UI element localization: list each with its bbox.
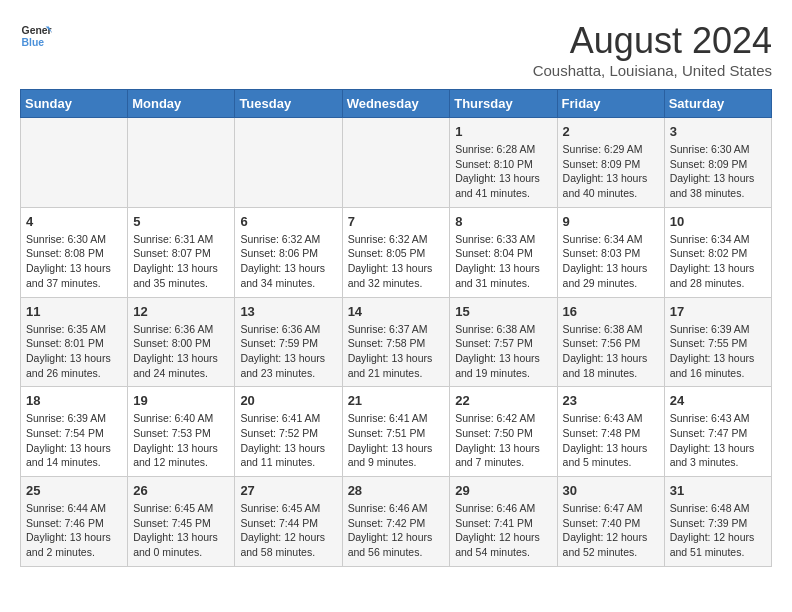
calendar-table: SundayMondayTuesdayWednesdayThursdayFrid…: [20, 89, 772, 567]
weekday-header-friday: Friday: [557, 90, 664, 118]
calendar-day-cell: 1Sunrise: 6:28 AMSunset: 8:10 PMDaylight…: [450, 118, 557, 208]
day-number: 2: [563, 124, 659, 139]
empty-day-cell: [128, 118, 235, 208]
day-number: 27: [240, 483, 336, 498]
day-number: 6: [240, 214, 336, 229]
day-number: 28: [348, 483, 445, 498]
weekday-header-tuesday: Tuesday: [235, 90, 342, 118]
calendar-week-row: 25Sunrise: 6:44 AMSunset: 7:46 PMDayligh…: [21, 477, 772, 567]
calendar-day-cell: 6Sunrise: 6:32 AMSunset: 8:06 PMDaylight…: [235, 207, 342, 297]
day-info: Sunrise: 6:45 AMSunset: 7:44 PMDaylight:…: [240, 501, 336, 560]
day-number: 30: [563, 483, 659, 498]
day-number: 12: [133, 304, 229, 319]
day-info: Sunrise: 6:41 AMSunset: 7:52 PMDaylight:…: [240, 411, 336, 470]
calendar-day-cell: 3Sunrise: 6:30 AMSunset: 8:09 PMDaylight…: [664, 118, 771, 208]
day-info: Sunrise: 6:31 AMSunset: 8:07 PMDaylight:…: [133, 232, 229, 291]
calendar-day-cell: 16Sunrise: 6:38 AMSunset: 7:56 PMDayligh…: [557, 297, 664, 387]
calendar-day-cell: 20Sunrise: 6:41 AMSunset: 7:52 PMDayligh…: [235, 387, 342, 477]
calendar-day-cell: 24Sunrise: 6:43 AMSunset: 7:47 PMDayligh…: [664, 387, 771, 477]
calendar-day-cell: 2Sunrise: 6:29 AMSunset: 8:09 PMDaylight…: [557, 118, 664, 208]
calendar-day-cell: 7Sunrise: 6:32 AMSunset: 8:05 PMDaylight…: [342, 207, 450, 297]
day-info: Sunrise: 6:44 AMSunset: 7:46 PMDaylight:…: [26, 501, 122, 560]
day-number: 1: [455, 124, 551, 139]
calendar-day-cell: 30Sunrise: 6:47 AMSunset: 7:40 PMDayligh…: [557, 477, 664, 567]
calendar-day-cell: 17Sunrise: 6:39 AMSunset: 7:55 PMDayligh…: [664, 297, 771, 387]
weekday-header-thursday: Thursday: [450, 90, 557, 118]
weekday-header-saturday: Saturday: [664, 90, 771, 118]
day-info: Sunrise: 6:33 AMSunset: 8:04 PMDaylight:…: [455, 232, 551, 291]
day-number: 13: [240, 304, 336, 319]
calendar-day-cell: 8Sunrise: 6:33 AMSunset: 8:04 PMDaylight…: [450, 207, 557, 297]
day-number: 10: [670, 214, 766, 229]
weekday-header-wednesday: Wednesday: [342, 90, 450, 118]
calendar-day-cell: 21Sunrise: 6:41 AMSunset: 7:51 PMDayligh…: [342, 387, 450, 477]
day-number: 18: [26, 393, 122, 408]
day-info: Sunrise: 6:39 AMSunset: 7:54 PMDaylight:…: [26, 411, 122, 470]
calendar-week-row: 4Sunrise: 6:30 AMSunset: 8:08 PMDaylight…: [21, 207, 772, 297]
day-info: Sunrise: 6:34 AMSunset: 8:02 PMDaylight:…: [670, 232, 766, 291]
title-block: August 2024 Coushatta, Louisiana, United…: [533, 20, 772, 79]
calendar-week-row: 11Sunrise: 6:35 AMSunset: 8:01 PMDayligh…: [21, 297, 772, 387]
calendar-day-cell: 12Sunrise: 6:36 AMSunset: 8:00 PMDayligh…: [128, 297, 235, 387]
day-info: Sunrise: 6:45 AMSunset: 7:45 PMDaylight:…: [133, 501, 229, 560]
day-info: Sunrise: 6:30 AMSunset: 8:08 PMDaylight:…: [26, 232, 122, 291]
day-number: 31: [670, 483, 766, 498]
day-info: Sunrise: 6:38 AMSunset: 7:57 PMDaylight:…: [455, 322, 551, 381]
calendar-day-cell: 4Sunrise: 6:30 AMSunset: 8:08 PMDaylight…: [21, 207, 128, 297]
day-number: 20: [240, 393, 336, 408]
day-info: Sunrise: 6:29 AMSunset: 8:09 PMDaylight:…: [563, 142, 659, 201]
day-info: Sunrise: 6:43 AMSunset: 7:47 PMDaylight:…: [670, 411, 766, 470]
day-number: 24: [670, 393, 766, 408]
calendar-week-row: 1Sunrise: 6:28 AMSunset: 8:10 PMDaylight…: [21, 118, 772, 208]
month-title: August 2024: [533, 20, 772, 62]
day-number: 14: [348, 304, 445, 319]
day-info: Sunrise: 6:47 AMSunset: 7:40 PMDaylight:…: [563, 501, 659, 560]
day-number: 15: [455, 304, 551, 319]
location: Coushatta, Louisiana, United States: [533, 62, 772, 79]
day-number: 11: [26, 304, 122, 319]
calendar-header: SundayMondayTuesdayWednesdayThursdayFrid…: [21, 90, 772, 118]
day-number: 9: [563, 214, 659, 229]
day-number: 16: [563, 304, 659, 319]
calendar-day-cell: 28Sunrise: 6:46 AMSunset: 7:42 PMDayligh…: [342, 477, 450, 567]
day-info: Sunrise: 6:42 AMSunset: 7:50 PMDaylight:…: [455, 411, 551, 470]
day-info: Sunrise: 6:36 AMSunset: 7:59 PMDaylight:…: [240, 322, 336, 381]
day-info: Sunrise: 6:36 AMSunset: 8:00 PMDaylight:…: [133, 322, 229, 381]
day-number: 25: [26, 483, 122, 498]
calendar-day-cell: 9Sunrise: 6:34 AMSunset: 8:03 PMDaylight…: [557, 207, 664, 297]
calendar-day-cell: 22Sunrise: 6:42 AMSunset: 7:50 PMDayligh…: [450, 387, 557, 477]
day-info: Sunrise: 6:48 AMSunset: 7:39 PMDaylight:…: [670, 501, 766, 560]
calendar-day-cell: 27Sunrise: 6:45 AMSunset: 7:44 PMDayligh…: [235, 477, 342, 567]
page-header: General Blue August 2024 Coushatta, Loui…: [20, 20, 772, 79]
day-info: Sunrise: 6:37 AMSunset: 7:58 PMDaylight:…: [348, 322, 445, 381]
calendar-week-row: 18Sunrise: 6:39 AMSunset: 7:54 PMDayligh…: [21, 387, 772, 477]
calendar-day-cell: 14Sunrise: 6:37 AMSunset: 7:58 PMDayligh…: [342, 297, 450, 387]
weekday-header-row: SundayMondayTuesdayWednesdayThursdayFrid…: [21, 90, 772, 118]
calendar-day-cell: 25Sunrise: 6:44 AMSunset: 7:46 PMDayligh…: [21, 477, 128, 567]
logo-icon: General Blue: [20, 20, 52, 52]
day-number: 21: [348, 393, 445, 408]
calendar-day-cell: 31Sunrise: 6:48 AMSunset: 7:39 PMDayligh…: [664, 477, 771, 567]
day-number: 5: [133, 214, 229, 229]
day-number: 17: [670, 304, 766, 319]
calendar-day-cell: 18Sunrise: 6:39 AMSunset: 7:54 PMDayligh…: [21, 387, 128, 477]
calendar-day-cell: 10Sunrise: 6:34 AMSunset: 8:02 PMDayligh…: [664, 207, 771, 297]
calendar-day-cell: 19Sunrise: 6:40 AMSunset: 7:53 PMDayligh…: [128, 387, 235, 477]
day-info: Sunrise: 6:35 AMSunset: 8:01 PMDaylight:…: [26, 322, 122, 381]
day-info: Sunrise: 6:43 AMSunset: 7:48 PMDaylight:…: [563, 411, 659, 470]
day-info: Sunrise: 6:40 AMSunset: 7:53 PMDaylight:…: [133, 411, 229, 470]
day-info: Sunrise: 6:38 AMSunset: 7:56 PMDaylight:…: [563, 322, 659, 381]
day-info: Sunrise: 6:41 AMSunset: 7:51 PMDaylight:…: [348, 411, 445, 470]
empty-day-cell: [342, 118, 450, 208]
day-info: Sunrise: 6:32 AMSunset: 8:05 PMDaylight:…: [348, 232, 445, 291]
day-number: 26: [133, 483, 229, 498]
empty-day-cell: [235, 118, 342, 208]
calendar-day-cell: 23Sunrise: 6:43 AMSunset: 7:48 PMDayligh…: [557, 387, 664, 477]
day-number: 22: [455, 393, 551, 408]
day-info: Sunrise: 6:39 AMSunset: 7:55 PMDaylight:…: [670, 322, 766, 381]
day-number: 7: [348, 214, 445, 229]
calendar-day-cell: 13Sunrise: 6:36 AMSunset: 7:59 PMDayligh…: [235, 297, 342, 387]
calendar-day-cell: 15Sunrise: 6:38 AMSunset: 7:57 PMDayligh…: [450, 297, 557, 387]
calendar-day-cell: 26Sunrise: 6:45 AMSunset: 7:45 PMDayligh…: [128, 477, 235, 567]
calendar-body: 1Sunrise: 6:28 AMSunset: 8:10 PMDaylight…: [21, 118, 772, 567]
